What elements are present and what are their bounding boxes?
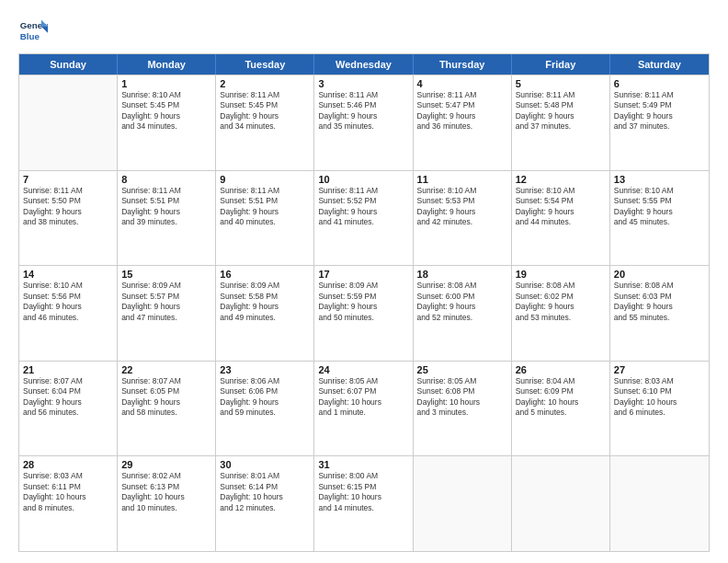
day-number: 14 bbox=[23, 269, 113, 280]
calendar-cell: 17Sunrise: 8:09 AM Sunset: 5:59 PM Dayli… bbox=[314, 266, 413, 361]
day-number: 23 bbox=[220, 364, 310, 375]
day-number: 4 bbox=[417, 78, 507, 89]
day-info: Sunrise: 8:04 AM Sunset: 6:09 PM Dayligh… bbox=[516, 376, 606, 419]
day-number: 5 bbox=[516, 78, 606, 89]
day-info: Sunrise: 8:11 AM Sunset: 5:50 PM Dayligh… bbox=[23, 186, 113, 228]
calendar-cell: 4Sunrise: 8:11 AM Sunset: 5:47 PM Daylig… bbox=[414, 75, 512, 170]
day-info: Sunrise: 8:11 AM Sunset: 5:48 PM Dayligh… bbox=[516, 90, 606, 132]
day-number: 26 bbox=[516, 364, 606, 375]
day-number: 25 bbox=[417, 364, 507, 375]
calendar-cell: 5Sunrise: 8:11 AM Sunset: 5:48 PM Daylig… bbox=[512, 75, 610, 170]
day-number: 6 bbox=[614, 78, 705, 89]
calendar-cell: 12Sunrise: 8:10 AM Sunset: 5:54 PM Dayli… bbox=[512, 171, 610, 266]
day-info: Sunrise: 8:10 AM Sunset: 5:56 PM Dayligh… bbox=[23, 281, 113, 323]
day-number: 27 bbox=[614, 364, 705, 375]
day-number: 19 bbox=[516, 269, 606, 280]
calendar-cell: 28Sunrise: 8:03 AM Sunset: 6:11 PM Dayli… bbox=[19, 456, 118, 551]
day-number: 1 bbox=[121, 78, 211, 89]
day-info: Sunrise: 8:08 AM Sunset: 6:02 PM Dayligh… bbox=[516, 281, 606, 323]
day-info: Sunrise: 8:09 AM Sunset: 5:59 PM Dayligh… bbox=[318, 281, 408, 323]
weekday-header: Saturday bbox=[610, 54, 709, 75]
calendar-cell: 30Sunrise: 8:01 AM Sunset: 6:14 PM Dayli… bbox=[216, 456, 314, 551]
weekday-header: Tuesday bbox=[216, 54, 314, 75]
calendar-row: 1Sunrise: 8:10 AM Sunset: 5:45 PM Daylig… bbox=[19, 75, 709, 170]
day-info: Sunrise: 8:05 AM Sunset: 6:08 PM Dayligh… bbox=[417, 376, 507, 419]
weekday-header: Monday bbox=[118, 54, 216, 75]
calendar: SundayMondayTuesdayWednesdayThursdayFrid… bbox=[18, 53, 710, 552]
day-info: Sunrise: 8:09 AM Sunset: 5:58 PM Dayligh… bbox=[220, 281, 310, 323]
svg-text:Blue: Blue bbox=[20, 31, 40, 41]
weekday-header: Wednesday bbox=[314, 54, 413, 75]
calendar-cell: 10Sunrise: 8:11 AM Sunset: 5:52 PM Dayli… bbox=[314, 171, 413, 266]
calendar-cell bbox=[19, 75, 118, 170]
calendar-cell: 19Sunrise: 8:08 AM Sunset: 6:02 PM Dayli… bbox=[512, 266, 610, 361]
day-info: Sunrise: 8:00 AM Sunset: 6:15 PM Dayligh… bbox=[318, 471, 408, 513]
calendar-cell: 18Sunrise: 8:08 AM Sunset: 6:00 PM Dayli… bbox=[414, 266, 512, 361]
calendar-cell: 24Sunrise: 8:05 AM Sunset: 6:07 PM Dayli… bbox=[314, 362, 413, 456]
day-info: Sunrise: 8:11 AM Sunset: 5:52 PM Dayligh… bbox=[318, 186, 408, 228]
calendar-cell: 1Sunrise: 8:10 AM Sunset: 5:45 PM Daylig… bbox=[118, 75, 216, 170]
day-number: 17 bbox=[318, 269, 408, 280]
day-info: Sunrise: 8:03 AM Sunset: 6:11 PM Dayligh… bbox=[23, 471, 113, 513]
day-number: 11 bbox=[417, 174, 507, 185]
weekday-header: Thursday bbox=[414, 54, 512, 75]
day-number: 16 bbox=[220, 269, 310, 280]
day-number: 22 bbox=[121, 364, 211, 375]
day-info: Sunrise: 8:08 AM Sunset: 6:00 PM Dayligh… bbox=[417, 281, 507, 323]
calendar-cell bbox=[610, 456, 709, 551]
calendar-cell: 15Sunrise: 8:09 AM Sunset: 5:57 PM Dayli… bbox=[118, 266, 216, 361]
day-info: Sunrise: 8:11 AM Sunset: 5:51 PM Dayligh… bbox=[220, 186, 310, 228]
calendar-row: 28Sunrise: 8:03 AM Sunset: 6:11 PM Dayli… bbox=[19, 455, 709, 551]
day-info: Sunrise: 8:03 AM Sunset: 6:10 PM Dayligh… bbox=[614, 376, 705, 419]
day-number: 12 bbox=[516, 174, 606, 185]
calendar-header: SundayMondayTuesdayWednesdayThursdayFrid… bbox=[19, 54, 709, 75]
day-info: Sunrise: 8:11 AM Sunset: 5:46 PM Dayligh… bbox=[318, 90, 408, 132]
calendar-cell: 22Sunrise: 8:07 AM Sunset: 6:05 PM Dayli… bbox=[118, 362, 216, 456]
weekday-header: Friday bbox=[512, 54, 610, 75]
day-number: 28 bbox=[23, 459, 113, 470]
calendar-row: 14Sunrise: 8:10 AM Sunset: 5:56 PM Dayli… bbox=[19, 265, 709, 361]
day-info: Sunrise: 8:10 AM Sunset: 5:55 PM Dayligh… bbox=[614, 186, 705, 228]
day-number: 2 bbox=[220, 78, 310, 89]
calendar-cell bbox=[414, 456, 512, 551]
day-number: 8 bbox=[121, 174, 211, 185]
day-info: Sunrise: 8:11 AM Sunset: 5:45 PM Dayligh… bbox=[220, 90, 310, 132]
day-info: Sunrise: 8:11 AM Sunset: 5:47 PM Dayligh… bbox=[417, 90, 507, 132]
day-number: 18 bbox=[417, 269, 507, 280]
day-number: 20 bbox=[614, 269, 705, 280]
day-info: Sunrise: 8:08 AM Sunset: 6:03 PM Dayligh… bbox=[614, 281, 705, 323]
calendar-cell: 9Sunrise: 8:11 AM Sunset: 5:51 PM Daylig… bbox=[216, 171, 314, 266]
day-info: Sunrise: 8:10 AM Sunset: 5:53 PM Dayligh… bbox=[417, 186, 507, 228]
calendar-body: 1Sunrise: 8:10 AM Sunset: 5:45 PM Daylig… bbox=[19, 75, 709, 551]
page-header: General Blue bbox=[18, 17, 710, 46]
calendar-cell: 13Sunrise: 8:10 AM Sunset: 5:55 PM Dayli… bbox=[610, 171, 709, 266]
calendar-cell: 3Sunrise: 8:11 AM Sunset: 5:46 PM Daylig… bbox=[314, 75, 413, 170]
day-info: Sunrise: 8:05 AM Sunset: 6:07 PM Dayligh… bbox=[318, 376, 408, 419]
day-number: 15 bbox=[121, 269, 211, 280]
day-info: Sunrise: 8:10 AM Sunset: 5:54 PM Dayligh… bbox=[516, 186, 606, 228]
calendar-row: 21Sunrise: 8:07 AM Sunset: 6:04 PM Dayli… bbox=[19, 361, 709, 456]
calendar-cell: 7Sunrise: 8:11 AM Sunset: 5:50 PM Daylig… bbox=[19, 171, 118, 266]
calendar-cell bbox=[512, 456, 610, 551]
day-info: Sunrise: 8:07 AM Sunset: 6:05 PM Dayligh… bbox=[121, 376, 211, 419]
calendar-cell: 26Sunrise: 8:04 AM Sunset: 6:09 PM Dayli… bbox=[512, 362, 610, 456]
weekday-header: Sunday bbox=[19, 54, 118, 75]
calendar-cell: 29Sunrise: 8:02 AM Sunset: 6:13 PM Dayli… bbox=[118, 456, 216, 551]
day-number: 7 bbox=[23, 174, 113, 185]
calendar-cell: 2Sunrise: 8:11 AM Sunset: 5:45 PM Daylig… bbox=[216, 75, 314, 170]
calendar-row: 7Sunrise: 8:11 AM Sunset: 5:50 PM Daylig… bbox=[19, 170, 709, 266]
day-number: 21 bbox=[23, 364, 113, 375]
calendar-cell: 11Sunrise: 8:10 AM Sunset: 5:53 PM Dayli… bbox=[414, 171, 512, 266]
calendar-cell: 14Sunrise: 8:10 AM Sunset: 5:56 PM Dayli… bbox=[19, 266, 118, 361]
day-info: Sunrise: 8:09 AM Sunset: 5:57 PM Dayligh… bbox=[121, 281, 211, 323]
day-number: 9 bbox=[220, 174, 310, 185]
calendar-cell: 23Sunrise: 8:06 AM Sunset: 6:06 PM Dayli… bbox=[216, 362, 314, 456]
calendar-cell: 16Sunrise: 8:09 AM Sunset: 5:58 PM Dayli… bbox=[216, 266, 314, 361]
calendar-cell: 8Sunrise: 8:11 AM Sunset: 5:51 PM Daylig… bbox=[118, 171, 216, 266]
day-number: 29 bbox=[121, 459, 211, 470]
day-info: Sunrise: 8:11 AM Sunset: 5:49 PM Dayligh… bbox=[614, 90, 705, 132]
calendar-cell: 25Sunrise: 8:05 AM Sunset: 6:08 PM Dayli… bbox=[414, 362, 512, 456]
day-info: Sunrise: 8:07 AM Sunset: 6:04 PM Dayligh… bbox=[23, 376, 113, 419]
day-info: Sunrise: 8:11 AM Sunset: 5:51 PM Dayligh… bbox=[121, 186, 211, 228]
day-number: 31 bbox=[318, 459, 408, 470]
